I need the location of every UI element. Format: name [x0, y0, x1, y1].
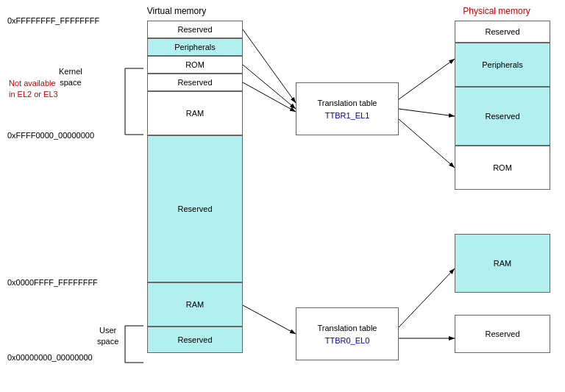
- pm-block-reserved-top: Reserved: [455, 21, 550, 43]
- physical-memory-title: Physical memory: [449, 6, 544, 16]
- svg-line-2: [243, 65, 296, 109]
- translation-table-2: Translation table TTBR0_EL0: [296, 307, 399, 360]
- kernel-brace: [114, 65, 151, 138]
- vm-block-rom: ROM: [147, 56, 243, 74]
- kernel-space-label: Kernelspace: [59, 66, 82, 89]
- not-available-label: Not available in EL2 or EL3: [9, 78, 58, 101]
- addr-top: 0xFFFFFFFF_FFFFFFFF: [7, 16, 99, 25]
- ttbr1-label: TTBR1_EL1: [325, 111, 370, 120]
- svg-line-4: [399, 59, 455, 99]
- user-brace: [114, 322, 151, 370]
- svg-line-5: [399, 109, 455, 116]
- pm-block-ram: RAM: [455, 234, 550, 293]
- translation-label-2: Translation table: [318, 323, 377, 333]
- addr-0000ffff: 0x0000FFFF_FFFFFFFF: [7, 278, 98, 287]
- virtual-memory-title: Virtual memory: [129, 6, 224, 16]
- vm-block-reserved-kernel: Reserved: [147, 74, 243, 91]
- diagram-container: Virtual memory Physical memory Reserved …: [0, 0, 565, 392]
- pm-block-rom: ROM: [455, 146, 550, 190]
- svg-line-8: [399, 268, 455, 327]
- vm-block-reserved-middle: Reserved: [147, 135, 243, 282]
- translation-label-1: Translation table: [318, 98, 377, 108]
- vm-block-ram-kernel: RAM: [147, 91, 243, 135]
- pm-block-reserved-bottom: Reserved: [455, 315, 550, 353]
- ttbr0-label: TTBR0_EL0: [325, 336, 370, 345]
- vm-block-reserved-bottom: Reserved: [147, 327, 243, 353]
- svg-line-6: [399, 119, 455, 168]
- vm-block-ram-user: RAM: [147, 282, 243, 327]
- pm-block-reserved-2: Reserved: [455, 87, 550, 146]
- pm-block-peripherals: Peripherals: [455, 43, 550, 87]
- svg-line-1: [243, 29, 296, 103]
- svg-line-3: [243, 82, 296, 112]
- vm-block-reserved-top: Reserved: [147, 21, 243, 38]
- svg-line-7: [243, 305, 296, 334]
- vm-block-peripherals: Peripherals: [147, 38, 243, 56]
- addr-bottom: 0x00000000_00000000: [7, 353, 93, 362]
- addr-ffff: 0xFFFF0000_00000000: [7, 131, 94, 140]
- translation-table-1: Translation table TTBR1_EL1: [296, 82, 399, 135]
